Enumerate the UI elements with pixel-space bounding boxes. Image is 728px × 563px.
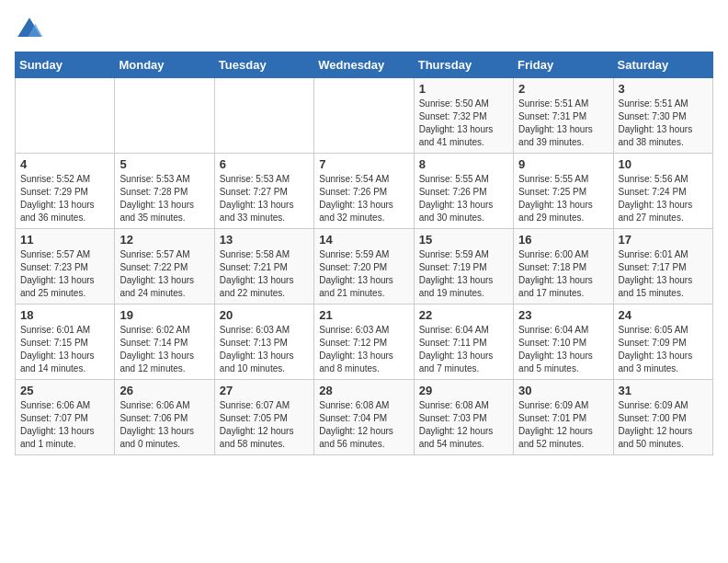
- day-number: 5: [119, 157, 209, 171]
- day-number: 10: [619, 157, 708, 171]
- calendar-header-friday: Friday: [514, 52, 613, 78]
- calendar-cell: 26Sunrise: 6:06 AMSunset: 7:06 PMDayligh…: [115, 380, 214, 455]
- day-info: Sunrise: 5:54 AMSunset: 7:26 PMDaylight:…: [319, 173, 408, 224]
- day-info: Sunrise: 6:01 AMSunset: 7:17 PMDaylight:…: [619, 248, 708, 300]
- calendar-week-row: 4Sunrise: 5:52 AMSunset: 7:29 PMDaylight…: [16, 154, 713, 229]
- calendar-cell: 15Sunrise: 5:59 AMSunset: 7:19 PMDayligh…: [414, 229, 513, 304]
- calendar-header-monday: Monday: [115, 52, 214, 78]
- calendar-cell: 9Sunrise: 5:55 AMSunset: 7:25 PMDaylight…: [514, 154, 613, 229]
- day-info: Sunrise: 6:06 AMSunset: 7:07 PMDaylight:…: [20, 399, 109, 451]
- day-info: Sunrise: 6:09 AMSunset: 7:01 PMDaylight:…: [518, 399, 608, 451]
- calendar: SundayMondayTuesdayWednesdayThursdayFrid…: [15, 52, 713, 455]
- day-number: 7: [319, 157, 408, 171]
- day-info: Sunrise: 6:05 AMSunset: 7:09 PMDaylight:…: [619, 324, 708, 375]
- day-number: 18: [20, 308, 109, 322]
- day-info: Sunrise: 5:55 AMSunset: 7:26 PMDaylight:…: [419, 173, 508, 224]
- calendar-header-thursday: Thursday: [414, 52, 513, 78]
- day-info: Sunrise: 5:59 AMSunset: 7:19 PMDaylight:…: [419, 248, 508, 300]
- day-number: 31: [619, 384, 708, 397]
- day-number: 11: [20, 233, 109, 247]
- day-info: Sunrise: 6:08 AMSunset: 7:03 PMDaylight:…: [419, 399, 508, 451]
- day-info: Sunrise: 6:03 AMSunset: 7:13 PMDaylight:…: [220, 324, 309, 375]
- day-info: Sunrise: 5:56 AMSunset: 7:24 PMDaylight:…: [619, 173, 708, 224]
- calendar-cell: 20Sunrise: 6:03 AMSunset: 7:13 PMDayligh…: [214, 304, 313, 380]
- calendar-cell: 27Sunrise: 6:07 AMSunset: 7:05 PMDayligh…: [214, 380, 313, 455]
- calendar-header-tuesday: Tuesday: [214, 52, 313, 78]
- calendar-cell: 5Sunrise: 5:53 AMSunset: 7:28 PMDaylight…: [115, 154, 214, 229]
- day-info: Sunrise: 6:04 AMSunset: 7:10 PMDaylight:…: [518, 324, 608, 375]
- day-info: Sunrise: 6:07 AMSunset: 7:05 PMDaylight:…: [220, 399, 309, 451]
- day-number: 29: [419, 384, 508, 397]
- header: [15, 15, 713, 44]
- calendar-header-saturday: Saturday: [613, 52, 712, 78]
- day-number: 14: [319, 233, 408, 247]
- calendar-cell: 17Sunrise: 6:01 AMSunset: 7:17 PMDayligh…: [613, 229, 712, 304]
- day-number: 23: [518, 308, 608, 322]
- calendar-cell: 16Sunrise: 6:00 AMSunset: 7:18 PMDayligh…: [514, 229, 613, 304]
- day-number: 1: [419, 82, 508, 96]
- calendar-cell: 25Sunrise: 6:06 AMSunset: 7:07 PMDayligh…: [16, 380, 115, 455]
- day-number: 27: [220, 384, 309, 397]
- calendar-header-sunday: Sunday: [16, 52, 115, 78]
- day-info: Sunrise: 5:51 AMSunset: 7:30 PMDaylight:…: [619, 98, 708, 149]
- day-number: 20: [220, 308, 309, 322]
- calendar-cell: [115, 78, 214, 154]
- day-info: Sunrise: 5:50 AMSunset: 7:32 PMDaylight:…: [419, 98, 508, 149]
- calendar-cell: 11Sunrise: 5:57 AMSunset: 7:23 PMDayligh…: [16, 229, 115, 304]
- logo-icon: [15, 15, 44, 44]
- day-info: Sunrise: 6:06 AMSunset: 7:06 PMDaylight:…: [119, 399, 209, 451]
- day-number: 30: [518, 384, 608, 397]
- day-number: 15: [419, 233, 508, 247]
- day-info: Sunrise: 5:53 AMSunset: 7:28 PMDaylight:…: [119, 173, 209, 224]
- calendar-cell: 12Sunrise: 5:57 AMSunset: 7:22 PMDayligh…: [115, 229, 214, 304]
- day-number: 8: [419, 157, 508, 171]
- day-number: 28: [319, 384, 408, 397]
- day-info: Sunrise: 6:04 AMSunset: 7:11 PMDaylight:…: [419, 324, 508, 375]
- calendar-week-row: 25Sunrise: 6:06 AMSunset: 7:07 PMDayligh…: [16, 380, 713, 455]
- calendar-cell: 24Sunrise: 6:05 AMSunset: 7:09 PMDayligh…: [613, 304, 712, 380]
- day-info: Sunrise: 6:09 AMSunset: 7:00 PMDaylight:…: [619, 399, 708, 451]
- day-info: Sunrise: 5:55 AMSunset: 7:25 PMDaylight:…: [518, 173, 608, 224]
- day-number: 16: [518, 233, 608, 247]
- calendar-cell: 2Sunrise: 5:51 AMSunset: 7:31 PMDaylight…: [514, 78, 613, 154]
- day-number: 19: [119, 308, 209, 322]
- calendar-cell: 23Sunrise: 6:04 AMSunset: 7:10 PMDayligh…: [514, 304, 613, 380]
- day-number: 22: [419, 308, 508, 322]
- day-number: 12: [119, 233, 209, 247]
- day-number: 4: [20, 157, 109, 171]
- day-info: Sunrise: 5:58 AMSunset: 7:21 PMDaylight:…: [220, 248, 309, 300]
- calendar-cell: 31Sunrise: 6:09 AMSunset: 7:00 PMDayligh…: [613, 380, 712, 455]
- day-number: 13: [220, 233, 309, 247]
- day-info: Sunrise: 6:01 AMSunset: 7:15 PMDaylight:…: [20, 324, 109, 375]
- calendar-cell: 29Sunrise: 6:08 AMSunset: 7:03 PMDayligh…: [414, 380, 513, 455]
- calendar-cell: 14Sunrise: 5:59 AMSunset: 7:20 PMDayligh…: [314, 229, 414, 304]
- calendar-cell: 8Sunrise: 5:55 AMSunset: 7:26 PMDaylight…: [414, 154, 513, 229]
- calendar-cell: [314, 78, 414, 154]
- day-info: Sunrise: 5:51 AMSunset: 7:31 PMDaylight:…: [518, 98, 608, 149]
- calendar-week-row: 1Sunrise: 5:50 AMSunset: 7:32 PMDaylight…: [16, 78, 713, 154]
- day-number: 17: [619, 233, 708, 247]
- calendar-cell: 10Sunrise: 5:56 AMSunset: 7:24 PMDayligh…: [613, 154, 712, 229]
- day-info: Sunrise: 5:57 AMSunset: 7:23 PMDaylight:…: [20, 248, 109, 300]
- calendar-week-row: 18Sunrise: 6:01 AMSunset: 7:15 PMDayligh…: [16, 304, 713, 380]
- day-number: 2: [518, 82, 608, 96]
- day-number: 26: [119, 384, 209, 397]
- calendar-cell: 6Sunrise: 5:53 AMSunset: 7:27 PMDaylight…: [214, 154, 313, 229]
- calendar-cell: 19Sunrise: 6:02 AMSunset: 7:14 PMDayligh…: [115, 304, 214, 380]
- day-number: 24: [619, 308, 708, 322]
- day-number: 25: [20, 384, 109, 397]
- day-info: Sunrise: 5:59 AMSunset: 7:20 PMDaylight:…: [319, 248, 408, 300]
- calendar-cell: 7Sunrise: 5:54 AMSunset: 7:26 PMDaylight…: [314, 154, 414, 229]
- day-info: Sunrise: 5:57 AMSunset: 7:22 PMDaylight:…: [119, 248, 209, 300]
- calendar-header-wednesday: Wednesday: [314, 52, 414, 78]
- calendar-cell: 28Sunrise: 6:08 AMSunset: 7:04 PMDayligh…: [314, 380, 414, 455]
- calendar-week-row: 11Sunrise: 5:57 AMSunset: 7:23 PMDayligh…: [16, 229, 713, 304]
- day-number: 9: [518, 157, 608, 171]
- calendar-cell: 3Sunrise: 5:51 AMSunset: 7:30 PMDaylight…: [613, 78, 712, 154]
- day-info: Sunrise: 6:00 AMSunset: 7:18 PMDaylight:…: [518, 248, 608, 300]
- calendar-cell: [16, 78, 115, 154]
- day-number: 21: [319, 308, 408, 322]
- calendar-cell: 18Sunrise: 6:01 AMSunset: 7:15 PMDayligh…: [16, 304, 115, 380]
- calendar-cell: 21Sunrise: 6:03 AMSunset: 7:12 PMDayligh…: [314, 304, 414, 380]
- calendar-cell: [214, 78, 313, 154]
